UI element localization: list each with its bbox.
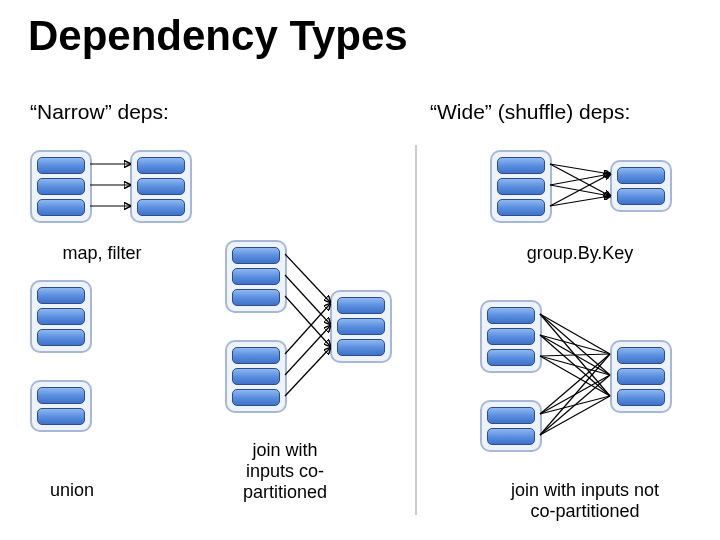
partition (617, 188, 665, 205)
partition (137, 157, 185, 174)
union-src1-rdd (30, 280, 92, 353)
partition (337, 318, 385, 335)
partition (617, 347, 665, 364)
partition (232, 368, 280, 385)
partition (337, 339, 385, 356)
svg-line-23 (540, 356, 610, 396)
svg-line-24 (540, 354, 610, 414)
partition (487, 407, 535, 424)
mapfilter-dst-rdd (130, 150, 192, 223)
svg-line-29 (540, 396, 610, 435)
partition (497, 199, 545, 216)
vertical-divider (415, 145, 417, 515)
union-src2-rdd (30, 380, 92, 432)
svg-line-25 (540, 375, 610, 414)
svg-line-9 (550, 164, 610, 174)
svg-line-14 (550, 196, 610, 206)
svg-line-20 (540, 335, 610, 396)
partition (487, 428, 535, 445)
partition (617, 167, 665, 184)
mapfilter-src-rdd (30, 150, 92, 223)
svg-line-18 (540, 335, 610, 354)
partition (232, 268, 280, 285)
partition (37, 329, 85, 346)
svg-line-8 (285, 348, 330, 396)
partition (37, 308, 85, 325)
partition (37, 408, 85, 425)
partition (37, 157, 85, 174)
partition (487, 307, 535, 324)
joinncp-src2-rdd (480, 400, 542, 452)
joincp-caption: join with inputs co- partitioned (215, 440, 355, 503)
joinncp-src1-rdd (480, 300, 542, 373)
partition (37, 199, 85, 216)
partition (232, 347, 280, 364)
svg-line-13 (550, 174, 610, 206)
svg-line-6 (285, 304, 330, 354)
mapfilter-caption: map, filter (42, 243, 162, 264)
partition (617, 368, 665, 385)
svg-line-21 (540, 354, 610, 356)
page-title: Dependency Types (28, 12, 408, 60)
joincp-src2-rdd (225, 340, 287, 413)
joinncp-caption: join with inputs not co-partitioned (480, 480, 690, 522)
svg-line-22 (540, 356, 610, 375)
partition (37, 178, 85, 195)
partition (232, 289, 280, 306)
svg-line-15 (540, 314, 610, 354)
gbk-dst-rdd (610, 160, 672, 212)
partition (137, 178, 185, 195)
svg-line-26 (540, 396, 610, 414)
svg-line-17 (540, 314, 610, 396)
partition (487, 328, 535, 345)
svg-line-27 (540, 354, 610, 435)
partition (232, 247, 280, 264)
gbk-src-rdd (490, 150, 552, 223)
partition (617, 389, 665, 406)
svg-line-11 (550, 174, 610, 185)
svg-line-7 (285, 326, 330, 375)
svg-line-19 (540, 335, 610, 375)
joinncp-dst-rdd (610, 340, 672, 413)
svg-line-12 (550, 185, 610, 196)
partition (37, 387, 85, 404)
partition (337, 297, 385, 314)
svg-line-5 (285, 296, 330, 346)
joincp-dst-rdd (330, 290, 392, 363)
svg-line-28 (540, 375, 610, 435)
gbk-caption: group.By.Key (510, 243, 650, 264)
union-caption: union (42, 480, 102, 501)
svg-line-16 (540, 314, 610, 375)
svg-line-3 (285, 254, 330, 302)
partition (232, 389, 280, 406)
partition (497, 157, 545, 174)
partition (487, 349, 535, 366)
partition (37, 287, 85, 304)
partition (497, 178, 545, 195)
svg-line-10 (550, 164, 610, 196)
partition (137, 199, 185, 216)
wide-deps-label: “Wide” (shuffle) deps: (430, 100, 630, 124)
svg-line-4 (285, 275, 330, 324)
joincp-src1-rdd (225, 240, 287, 313)
narrow-deps-label: “Narrow” deps: (30, 100, 169, 124)
